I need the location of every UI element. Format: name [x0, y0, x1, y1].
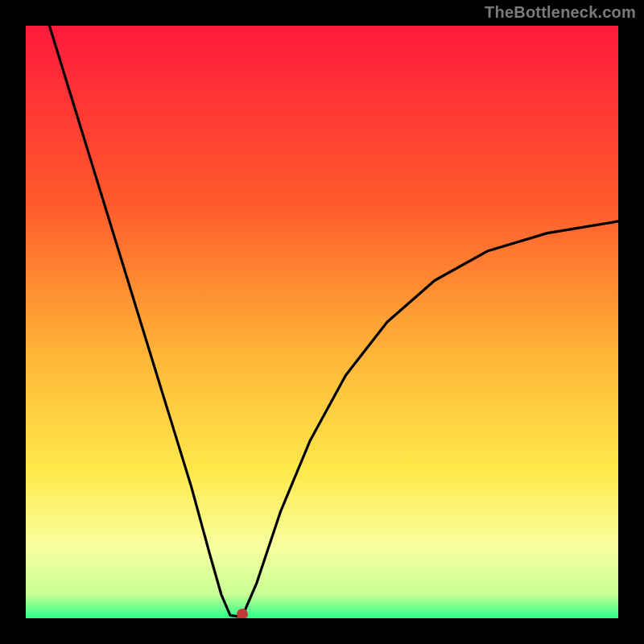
plot-area — [26, 26, 618, 618]
chart-frame: TheBottleneck.com — [0, 0, 644, 644]
bottleneck-curve — [26, 26, 618, 618]
watermark-text: TheBottleneck.com — [485, 3, 636, 22]
optimum-marker — [237, 609, 248, 618]
